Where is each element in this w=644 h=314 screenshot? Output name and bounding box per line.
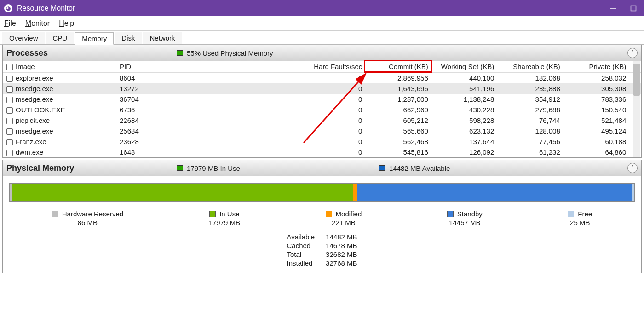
summary-value: 14678 MB	[326, 242, 357, 250]
tab-disk[interactable]: Disk	[115, 32, 142, 44]
svg-rect-1	[631, 6, 636, 11]
legend-value: 14457 MB	[449, 219, 480, 227]
col-pid[interactable]: PID	[116, 61, 191, 73]
memory-bar-segment-in-use	[12, 184, 353, 201]
swatch-standby	[447, 211, 454, 217]
row-checkbox[interactable]	[6, 128, 13, 135]
col-shareable[interactable]: Shareable (KB)	[498, 61, 564, 73]
row-checkbox[interactable]	[6, 150, 13, 156]
content-area: Processes 55% Used Physical Memory ˄	[0, 45, 644, 314]
processes-body: Image PID Hard Faults/sec Commit (KB) Wo…	[3, 61, 641, 157]
legend-modified: Modified 221 MB	[326, 210, 362, 227]
collapse-physical-memory-button[interactable]: ˄	[627, 163, 638, 173]
tab-network[interactable]: Network	[143, 32, 182, 44]
table-row[interactable]: explorer.exe860402,869,956440,100182,068…	[3, 73, 641, 84]
legend-value: 17979 MB	[209, 219, 240, 227]
resource-monitor-window: ◕ Resource Monitor File Monitor Help Ove…	[0, 0, 644, 314]
available-chip-icon	[379, 165, 385, 171]
table-row[interactable]: msedge.exe1327201,643,696541,196235,8883…	[3, 83, 641, 94]
memory-bar-segment-modified	[353, 184, 357, 201]
table-row[interactable]: picpick.exe226840605,212598,22876,744521…	[3, 115, 641, 126]
scrollbar-thumb[interactable]	[633, 64, 640, 96]
table-row[interactable]: Franz.exe236280562,468137,64477,45660,18…	[3, 136, 641, 147]
chevron-up-icon: ˄	[631, 50, 634, 56]
collapse-processes-button[interactable]: ˄	[627, 48, 638, 58]
table-row[interactable]: dwm.exe16480545,816126,09261,23264,860	[3, 147, 641, 157]
chevron-up-icon: ˄	[631, 165, 634, 171]
table-row[interactable]: msedge.exe3670401,287,0001,138,248354,91…	[3, 94, 641, 105]
legend-hardware-reserved: Hardware Reserved 86 MB	[52, 210, 123, 227]
summary-label: Available	[287, 233, 315, 241]
processes-subtitle-group: 55% Used Physical Memory	[177, 49, 273, 57]
legend-label: Standby	[457, 210, 483, 218]
physical-memory-header[interactable]: Physical Memory 17979 MB In Use 14482 MB…	[3, 160, 641, 176]
tabbar: Overview CPU Memory Disk Network	[0, 31, 644, 45]
row-checkbox[interactable]	[6, 86, 13, 93]
row-checkbox[interactable]	[6, 97, 13, 103]
in-use-text: 17979 MB In Use	[187, 164, 240, 172]
swatch-modified	[326, 211, 332, 217]
table-header-row: Image PID Hard Faults/sec Commit (KB) Wo…	[3, 61, 641, 73]
processes-table: Image PID Hard Faults/sec Commit (KB) Wo…	[3, 61, 641, 157]
col-hard-faults[interactable]: Hard Faults/sec	[286, 61, 366, 73]
in-use-group: 17979 MB In Use	[177, 164, 379, 172]
table-row[interactable]: OUTLOOK.EXE67360662,960430,228279,688150…	[3, 105, 641, 115]
processes-title: Processes	[6, 48, 177, 58]
window-title: Resource Monitor	[17, 4, 610, 12]
legend-standby: Standby 14457 MB	[447, 210, 483, 227]
legend-label: Modified	[336, 210, 362, 218]
summary-value: 14482 MB	[326, 233, 357, 241]
legend-value: 221 MB	[332, 219, 356, 227]
processes-header[interactable]: Processes 55% Used Physical Memory ˄	[3, 45, 641, 61]
tab-overview[interactable]: Overview	[2, 32, 45, 44]
memory-bar-segment-free	[632, 184, 634, 201]
row-checkbox[interactable]	[6, 76, 13, 82]
legend-in-use: In Use 17979 MB	[209, 210, 240, 227]
memory-summary: Available14482 MB Cached14678 MB Total32…	[9, 233, 635, 267]
menu-monitor[interactable]: Monitor	[25, 19, 50, 28]
summary-label: Installed	[287, 259, 315, 267]
physical-memory-panel: Physical Memory 17979 MB In Use 14482 MB…	[2, 160, 642, 273]
swatch-hardware-reserved	[52, 211, 58, 217]
memory-usage-chip-icon	[177, 50, 183, 56]
physical-memory-title: Physical Memory	[6, 163, 177, 173]
col-working-set[interactable]: Working Set (KB)	[432, 61, 498, 73]
minimize-button[interactable]	[610, 5, 617, 12]
titlebar: ◕ Resource Monitor	[0, 0, 644, 16]
physical-memory-body: Hardware Reserved 86 MB In Use 17979 MB …	[3, 176, 641, 273]
legend-value: 86 MB	[78, 219, 98, 227]
swatch-free	[568, 211, 574, 217]
maximize-button[interactable]	[630, 5, 637, 12]
processes-scrollbar[interactable]	[633, 61, 640, 157]
memory-usage-bar	[9, 183, 635, 202]
select-all-checkbox[interactable]	[6, 64, 13, 70]
col-image[interactable]: Image	[3, 61, 116, 73]
menu-help[interactable]: Help	[59, 19, 74, 28]
window-controls	[610, 5, 640, 12]
in-use-chip-icon	[177, 165, 183, 171]
available-group: 14482 MB Available	[379, 164, 450, 172]
row-checkbox[interactable]	[6, 139, 13, 145]
processes-table-scroll: Image PID Hard Faults/sec Commit (KB) Wo…	[3, 61, 641, 157]
table-row[interactable]: msedge.exe256840565,660623,132128,008495…	[3, 126, 641, 136]
memory-bar-segment-standby	[357, 184, 632, 201]
processes-subtitle: 55% Used Physical Memory	[187, 49, 273, 57]
row-checkbox[interactable]	[6, 107, 13, 114]
tab-memory[interactable]: Memory	[75, 32, 114, 45]
row-checkbox[interactable]	[6, 118, 13, 124]
legend-label: In Use	[219, 210, 239, 218]
tab-cpu[interactable]: CPU	[46, 32, 75, 44]
swatch-in-use	[209, 211, 216, 217]
menubar: File Monitor Help	[0, 16, 644, 31]
available-text: 14482 MB Available	[389, 164, 450, 172]
legend-free: Free 25 MB	[568, 210, 592, 227]
menu-file[interactable]: File	[4, 19, 16, 28]
summary-label: Cached	[287, 242, 315, 250]
legend-label: Free	[578, 210, 592, 218]
summary-value: 32682 MB	[326, 250, 357, 258]
col-image-label: Image	[16, 63, 35, 70]
legend-value: 25 MB	[570, 219, 590, 227]
col-private[interactable]: Private (KB)	[564, 61, 630, 73]
processes-panel: Processes 55% Used Physical Memory ˄	[2, 45, 642, 158]
col-commit[interactable]: Commit (KB)	[366, 61, 432, 73]
